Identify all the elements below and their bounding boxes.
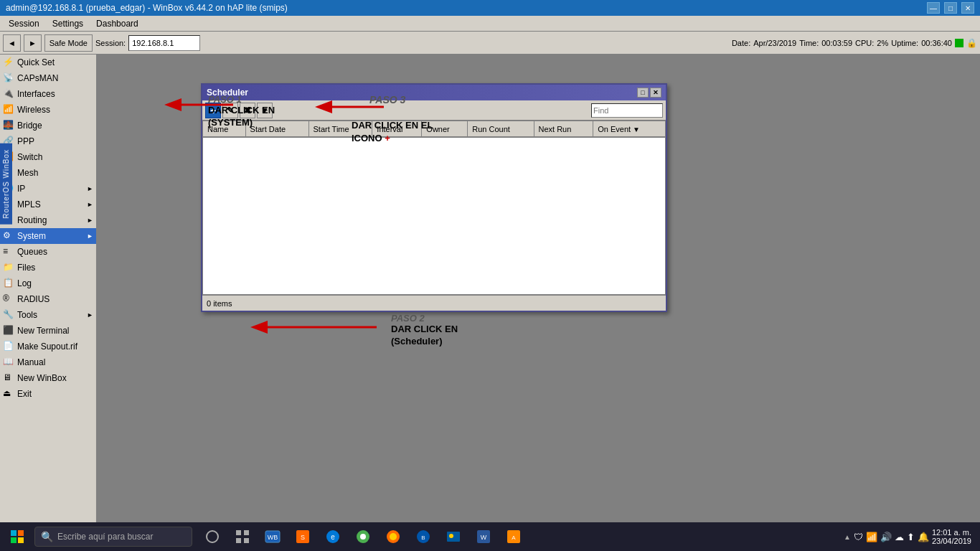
- winbox-side-label: RouterOS WinBox: [0, 143, 12, 225]
- sidebar-item-new-terminal[interactable]: ⬛New Terminal: [0, 323, 96, 339]
- scheduler-edit-button[interactable]: ✎: [222, 103, 238, 118]
- sidebar-item-switch[interactable]: 🔀Switch: [0, 149, 96, 165]
- taskbar-clock[interactable]: 12:01 a. m. 23/04/2019: [932, 528, 971, 545]
- svg-text:e: e: [331, 533, 335, 541]
- scheduler-add-button[interactable]: +: [205, 103, 221, 118]
- maximize-button[interactable]: □: [944, 2, 957, 14]
- svg-point-16: [360, 534, 366, 540]
- sidebar-item-wireless[interactable]: 📶Wireless: [0, 102, 96, 118]
- scheduler-col-interval[interactable]: Interval: [372, 121, 422, 137]
- sidebar-item-capsman[interactable]: 📡CAPsMAN: [0, 70, 96, 86]
- taskbar-word[interactable]: W: [469, 522, 498, 551]
- sidebar-interfaces-icon: 🔌: [3, 88, 14, 100]
- taskbar-winbox-app[interactable]: WB: [258, 522, 287, 551]
- search-bar[interactable]: 🔍 Escribe aquí para buscar: [34, 527, 192, 547]
- sidebar-item-queues[interactable]: ≡Queues: [0, 244, 96, 260]
- sidebar-item-label-bridge: Bridge: [17, 121, 42, 131]
- taskbar-firefox[interactable]: [379, 522, 407, 551]
- toolbar: ◄ ► Safe Mode Session: 192.168.8.1 Date:…: [0, 32, 980, 55]
- sidebar-item-ppp[interactable]: 🔗PPP: [0, 133, 96, 149]
- sidebar-tools-icon: 🔧: [3, 309, 14, 321]
- taskbar-tray: ▲ 🛡 📶 🔊 ☁ ⬆ 🔔 12:01 a. m. 23/04/2019: [844, 528, 977, 545]
- sidebar-item-exit[interactable]: ⏏Exit: [0, 386, 96, 402]
- tray-network-icon[interactable]: 📶: [866, 532, 877, 542]
- scheduler-item-count: 0 items: [207, 299, 232, 308]
- scheduler-status: 0 items: [202, 295, 666, 311]
- tray-arrow-icon[interactable]: ▲: [844, 533, 851, 541]
- scheduler-col-start-date[interactable]: Start Date: [245, 121, 308, 137]
- back-button[interactable]: ◄: [3, 34, 21, 52]
- forward-button[interactable]: ►: [24, 34, 42, 52]
- taskbar-icon-view[interactable]: [228, 522, 257, 551]
- sidebar-item-interfaces[interactable]: 🔌Interfaces: [0, 86, 96, 102]
- menu-dashboard[interactable]: Dashboard: [90, 17, 144, 30]
- sidebar-item-make-supout[interactable]: 📄Make Supout.rif: [0, 339, 96, 354]
- sidebar-item-ip[interactable]: 🌐IP►: [0, 181, 96, 197]
- sidebar-item-bridge[interactable]: 🌉Bridge: [0, 118, 96, 133]
- sidebar-item-label-wireless: Wireless: [17, 105, 50, 115]
- taskbar-icons: WB S e B W A: [198, 522, 528, 551]
- svg-rect-7: [236, 538, 241, 543]
- sidebar-item-radius[interactable]: ®RADIUS: [0, 291, 96, 307]
- sidebar-item-label-exit: Exit: [17, 389, 32, 399]
- sidebar-item-mpls[interactable]: ▦MPLS►: [0, 197, 96, 212]
- menu-settings[interactable]: Settings: [47, 17, 89, 30]
- clock-time: 12:01 a. m.: [932, 528, 971, 537]
- cpu-label: CPU:: [855, 39, 874, 47]
- scheduler-col-name[interactable]: Name: [203, 121, 246, 137]
- scheduler-delete-button[interactable]: ✖: [240, 103, 255, 118]
- sidebar-item-new-winbox[interactable]: 🖥New WinBox: [0, 370, 96, 386]
- scheduler-restore-button[interactable]: □: [637, 88, 649, 98]
- scheduler-col-next-run[interactable]: Next Run: [534, 121, 593, 137]
- sidebar-item-label-capsman: CAPsMAN: [17, 73, 58, 83]
- session-ip[interactable]: 192.168.8.1: [128, 35, 200, 51]
- scheduler-col-on-event[interactable]: On Event ▼: [593, 121, 666, 137]
- taskbar-sublimetext[interactable]: S: [288, 522, 317, 551]
- taskbar-browser2[interactable]: B: [409, 522, 438, 551]
- sidebar-arrow-ip: ►: [87, 185, 93, 192]
- taskbar-chrome[interactable]: [349, 522, 377, 551]
- svg-rect-8: [244, 538, 249, 543]
- scheduler-table-container: NameStart DateStart TimeIntervalOwnerRun…: [202, 121, 666, 295]
- sidebar-item-log[interactable]: 📋Log: [0, 276, 96, 291]
- taskbar-app2[interactable]: A: [499, 522, 528, 551]
- close-button[interactable]: ✕: [961, 2, 974, 14]
- taskbar-photos[interactable]: [439, 522, 468, 551]
- sidebar-item-tools[interactable]: 🔧Tools►: [0, 307, 96, 323]
- clock-date: 23/04/2019: [932, 537, 971, 545]
- start-button[interactable]: [3, 522, 32, 551]
- tray-notification-icon[interactable]: 🔔: [918, 532, 929, 542]
- sidebar-item-files[interactable]: 📁Files: [0, 260, 96, 276]
- sidebar-item-system[interactable]: ⚙System►: [0, 228, 96, 244]
- scheduler-col-run-count[interactable]: Run Count: [468, 121, 534, 137]
- tray-volume-icon[interactable]: 🔊: [880, 532, 892, 542]
- date-label: Date:: [732, 39, 750, 47]
- tray-upload-icon[interactable]: ⬆: [907, 532, 915, 542]
- main-layout: ⚡Quick Set📡CAPsMAN🔌Interfaces📶Wireless🌉B…: [0, 55, 980, 551]
- scheduler-filter-button[interactable]: ▼: [257, 103, 273, 118]
- sidebar-item-manual[interactable]: 📖Manual: [0, 354, 96, 370]
- minimize-button[interactable]: —: [927, 2, 940, 14]
- scheduler-col-start-time[interactable]: Start Time: [308, 121, 372, 137]
- taskbar-edge[interactable]: e: [319, 522, 347, 551]
- tray-antivirus-icon[interactable]: 🛡: [854, 532, 863, 542]
- scheduler-col-owner[interactable]: Owner: [422, 121, 468, 137]
- sidebar-item-label-manual: Manual: [17, 357, 45, 367]
- sidebar-log-icon: 📋: [3, 278, 14, 289]
- time-value: 00:03:59: [821, 39, 852, 47]
- sidebar-item-mesh[interactable]: ⬡Mesh: [0, 165, 96, 181]
- scheduler-find: [591, 103, 663, 118]
- content-area: PASO 1 DAR CLICK EN(SYSTEM) PASO 2 DAR C…: [97, 55, 980, 551]
- scheduler-find-input[interactable]: [591, 103, 663, 118]
- sidebar-item-routing[interactable]: ↗Routing►: [0, 212, 96, 228]
- sidebar-item-label-switch: Switch: [17, 152, 42, 162]
- safe-mode-button[interactable]: Safe Mode: [44, 34, 93, 52]
- sidebar-item-quick-set[interactable]: ⚡Quick Set: [0, 55, 96, 70]
- taskbar-icon-cortana[interactable]: [198, 522, 227, 551]
- scheduler-close-button[interactable]: ✕: [650, 88, 661, 98]
- sidebar-make-supout-icon: 📄: [3, 341, 14, 352]
- menu-session[interactable]: Session: [3, 17, 45, 30]
- menu-bar: Session Settings Dashboard: [0, 16, 980, 32]
- tray-cloud-icon[interactable]: ☁: [895, 532, 904, 542]
- sidebar-arrow-mpls: ►: [87, 201, 93, 208]
